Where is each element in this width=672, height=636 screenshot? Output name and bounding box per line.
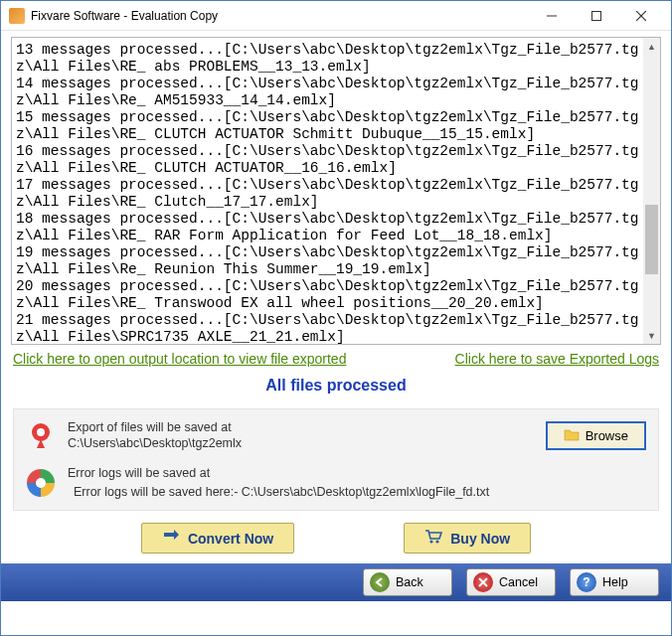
close-button[interactable] [618,2,663,30]
minimize-button[interactable] [529,2,574,30]
status-label: All files processed [11,369,661,408]
folder-icon [564,427,580,444]
scroll-up-icon[interactable]: ▲ [643,38,660,55]
window-title: Fixvare Software - Evaluation Copy [31,9,529,23]
svg-point-6 [36,478,46,488]
log-line: 15 messages processed...[C:\Users\abc\De… [16,109,642,143]
app-icon [9,8,25,24]
errorlog-text: Error logs will be saved at Error logs w… [68,465,646,500]
buy-now-button[interactable]: Buy Now [404,523,531,554]
maximize-button[interactable] [574,2,618,30]
log-line: 16 messages processed...[C:\Users\abc\De… [16,143,642,177]
log-line: 13 messages processed...[C:\Users\abc\De… [16,42,642,76]
cancel-button[interactable]: Cancel [466,568,556,596]
log-scrollbar[interactable]: ▲ ▼ [643,38,660,344]
log-line: 18 messages processed...[C:\Users\abc\De… [16,211,642,244]
log-line: 17 messages processed...[C:\Users\abc\De… [16,177,642,211]
cancel-x-icon [473,572,493,592]
svg-rect-1 [591,11,600,20]
export-location-text: Export of files will be saved at C:\User… [68,419,534,451]
location-pin-icon [26,420,56,450]
back-arrow-icon [370,572,390,592]
log-line: 21 messages processed...[C:\Users\abc\De… [16,312,642,345]
svg-point-5 [37,428,45,436]
svg-point-8 [436,540,439,543]
footer-bar: Back Cancel ? Help [1,563,671,601]
help-question-icon: ? [577,572,596,592]
svg-point-7 [430,540,433,543]
convert-icon [162,529,180,548]
open-output-link[interactable]: Click here to open output location to vi… [13,351,346,367]
help-button[interactable]: ? Help [570,568,659,596]
titlebar: Fixvare Software - Evaluation Copy [1,1,671,31]
convert-now-button[interactable]: Convert Now [141,523,294,554]
cart-icon [424,529,442,548]
pie-icon [26,468,56,498]
scroll-thumb[interactable] [645,205,658,274]
browse-button[interactable]: Browse [546,421,646,450]
log-line: 14 messages processed...[C:\Users\abc\De… [16,76,642,109]
back-button[interactable]: Back [363,568,452,596]
save-logs-link[interactable]: Click here to save Exported Logs [455,351,659,367]
scroll-down-icon[interactable]: ▼ [643,327,660,344]
log-line: 20 messages processed...[C:\Users\abc\De… [16,278,642,312]
log-line: 19 messages processed...[C:\Users\abc\De… [16,244,642,278]
log-output[interactable]: 13 messages processed...[C:\Users\abc\De… [11,37,661,345]
